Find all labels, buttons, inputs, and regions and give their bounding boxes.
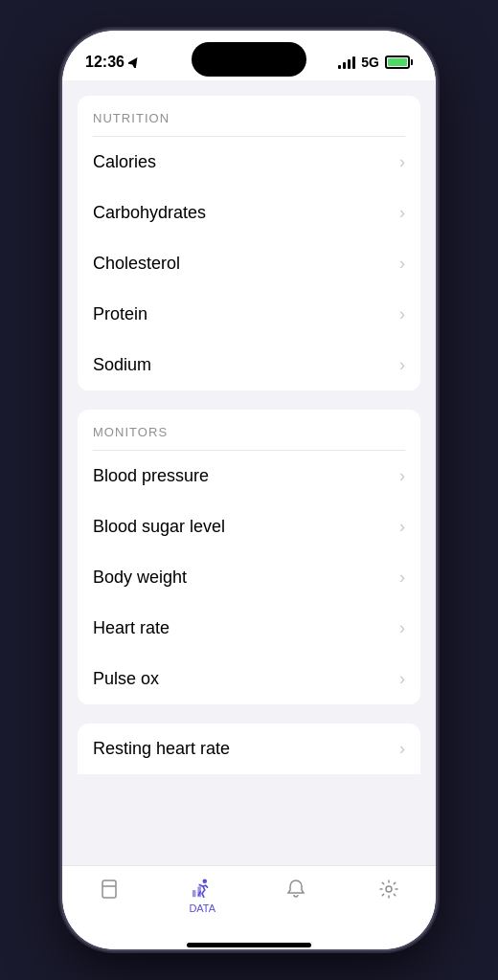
phone-shell: 12:36 5G <box>62 31 436 949</box>
blood-pressure-label: Blood pressure <box>93 466 209 486</box>
protein-item[interactable]: Protein › <box>78 289 420 340</box>
blood-sugar-label: Blood sugar level <box>93 517 225 537</box>
bottom-nav: DATA <box>62 865 436 944</box>
svg-point-4 <box>386 886 392 892</box>
monitors-header: MONITORS <box>78 410 420 450</box>
resting-heart-rate-label: Resting heart rate <box>93 739 230 759</box>
svg-point-1 <box>203 879 208 883</box>
signal-bars <box>338 56 355 69</box>
nav-bookmarks[interactable] <box>62 874 156 902</box>
heart-rate-label: Heart rate <box>93 618 170 638</box>
carbohydrates-chevron: › <box>399 203 405 223</box>
carbohydrates-label: Carbohydrates <box>93 203 206 223</box>
blood-sugar-item[interactable]: Blood sugar level › <box>78 501 420 552</box>
blood-pressure-item[interactable]: Blood pressure › <box>78 451 420 501</box>
protein-chevron: › <box>399 304 405 324</box>
home-indicator <box>62 944 436 949</box>
dynamic-island <box>192 42 306 77</box>
pulse-ox-item[interactable]: Pulse ox › <box>78 654 420 704</box>
blood-pressure-chevron: › <box>399 466 405 486</box>
data-icon <box>191 878 214 901</box>
svg-rect-3 <box>198 886 202 897</box>
heart-rate-chevron: › <box>399 618 405 638</box>
nav-settings[interactable] <box>343 874 437 902</box>
gear-icon <box>377 878 400 901</box>
resting-heart-rate-section: Resting heart rate › <box>78 724 420 774</box>
bookmarks-icon <box>98 878 121 901</box>
home-bar <box>187 943 311 947</box>
bell-icon <box>284 878 307 901</box>
network-status: 5G <box>361 55 379 70</box>
status-icons: 5G <box>338 55 413 70</box>
nutrition-title: NUTRITION <box>93 111 170 125</box>
blood-sugar-chevron: › <box>399 517 405 537</box>
sodium-item[interactable]: Sodium › <box>78 340 420 390</box>
carbohydrates-item[interactable]: Carbohydrates › <box>78 188 420 238</box>
body-weight-chevron: › <box>399 568 405 588</box>
body-weight-item[interactable]: Body weight › <box>78 552 420 603</box>
cholesterol-label: Cholesterol <box>93 254 180 274</box>
battery-icon <box>385 56 413 69</box>
nutrition-header: NUTRITION <box>78 96 420 136</box>
phone-screen: 12:36 5G <box>62 31 436 949</box>
calories-item[interactable]: Calories › <box>78 137 420 188</box>
resting-heart-rate-item[interactable]: Resting heart rate › <box>78 724 420 774</box>
time-display: 12:36 <box>85 54 124 71</box>
svg-rect-2 <box>192 890 196 897</box>
sodium-chevron: › <box>399 355 405 375</box>
content-area: NUTRITION Calories › Carbohydrates › Cho… <box>62 80 436 865</box>
cholesterol-item[interactable]: Cholesterol › <box>78 238 420 289</box>
body-weight-label: Body weight <box>93 568 187 588</box>
location-icon <box>128 56 140 68</box>
sodium-label: Sodium <box>93 355 151 375</box>
pulse-ox-label: Pulse ox <box>93 669 159 689</box>
calories-label: Calories <box>93 152 156 172</box>
status-time: 12:36 <box>85 54 140 71</box>
heart-rate-item[interactable]: Heart rate › <box>78 603 420 654</box>
cholesterol-chevron: › <box>399 254 405 274</box>
svg-rect-0 <box>102 880 116 898</box>
nutrition-section: NUTRITION Calories › Carbohydrates › Cho… <box>78 96 420 390</box>
resting-heart-rate-chevron: › <box>399 739 405 759</box>
data-label: DATA <box>189 902 215 914</box>
pulse-ox-chevron: › <box>399 669 405 689</box>
calories-chevron: › <box>399 152 405 172</box>
monitors-section: MONITORS Blood pressure › Blood sugar le… <box>78 410 420 704</box>
nav-data[interactable]: DATA <box>156 874 250 914</box>
nav-notifications[interactable] <box>249 874 343 902</box>
protein-label: Protein <box>93 304 147 324</box>
monitors-title: MONITORS <box>93 425 168 439</box>
